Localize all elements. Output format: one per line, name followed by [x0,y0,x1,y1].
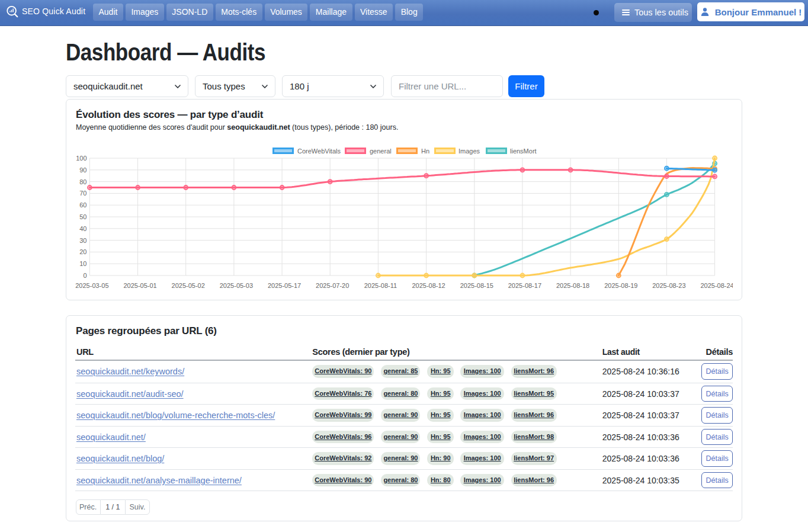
svg-text:2025-08-11: 2025-08-11 [364,281,397,289]
svg-text:2025-08-24: 2025-08-24 [700,281,733,289]
svg-text:70: 70 [79,190,86,197]
svg-text:2025-05-17: 2025-05-17 [268,281,301,289]
svg-text:2025-08-17: 2025-08-17 [508,281,541,289]
svg-text:30: 30 [79,236,86,243]
svg-text:40: 40 [79,225,86,232]
svg-text:90: 90 [79,166,86,173]
svg-text:2025-05-03: 2025-05-03 [220,281,253,289]
svg-text:CoreWebVitals: CoreWebVitals [297,147,341,154]
svg-text:60: 60 [79,201,86,209]
svg-text:2025-05-02: 2025-05-02 [172,281,205,289]
svg-text:100: 100 [76,155,86,162]
svg-text:liensMort: liensMort [510,147,537,154]
svg-text:2025-03-05: 2025-03-05 [75,281,108,289]
svg-text:2025-08-23: 2025-08-23 [652,281,685,289]
svg-text:50: 50 [79,213,86,220]
svg-text:2025-08-19: 2025-08-19 [604,281,637,289]
svg-text:Hn: Hn [421,147,429,154]
svg-text:Images: Images [458,147,480,154]
svg-text:2025-05-01: 2025-05-01 [123,281,156,289]
svg-text:2025-08-15: 2025-08-15 [460,281,493,289]
svg-text:2025-08-18: 2025-08-18 [556,281,589,289]
svg-text:0: 0 [83,272,86,279]
svg-text:general: general [370,147,392,154]
svg-text:2025-07-20: 2025-07-20 [316,281,349,289]
svg-text:10: 10 [79,260,86,267]
svg-text:80: 80 [79,178,86,185]
svg-text:2025-08-12: 2025-08-12 [412,281,445,289]
svg-text:20: 20 [79,248,86,255]
